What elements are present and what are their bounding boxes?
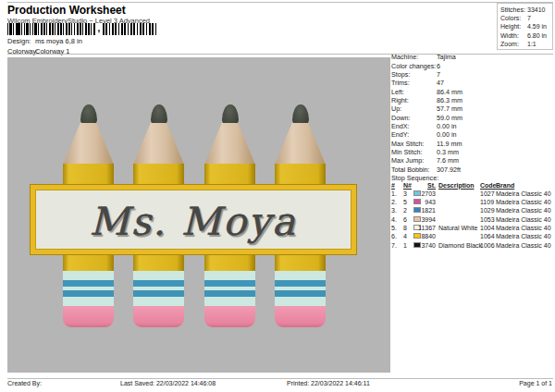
barcode-bars-left (7, 23, 95, 35)
design-preview-canvas: Ms. Moya (7, 57, 390, 373)
thread-code: 1109 (480, 199, 494, 205)
design-label: Design: (7, 37, 35, 45)
thread-color-swatch (413, 233, 421, 239)
stitch-count: 1821 (421, 207, 436, 214)
stop-number: 2. (391, 199, 397, 205)
stitch-count: 3740 (421, 242, 436, 249)
stop-sequence-row: 7. 1 3740 Diamond Black 1006 Madeira Cla… (391, 242, 554, 251)
machine-info-label: Total Bobbin: (391, 165, 437, 174)
production-worksheet-page: Production Worksheet Wilcom EmbroiderySt… (0, 0, 555, 392)
thread-brand: Madeira Classic 40 (496, 199, 551, 205)
thread-color-swatch (413, 199, 421, 204)
thread-brand: Madeira Classic 40 (496, 242, 551, 249)
machine-info-row: Trims: 47 (391, 79, 554, 87)
thread-brand: Madeira Classic 40 (496, 190, 551, 197)
page-title: Production Worksheet (7, 4, 126, 17)
needle-number: 8 (403, 225, 407, 231)
machine-info-label: EndY: (391, 130, 437, 139)
needle-number: 6 (403, 216, 407, 223)
thread-brand: Madeira Classic 40 (496, 225, 551, 231)
pencil-wood-cone (275, 123, 326, 165)
summary-row: Zoom: 1:1 (500, 41, 552, 49)
machine-info-label: Down: (391, 114, 437, 122)
stitch-count: 2703 (421, 190, 436, 197)
pencil-lead-tip (80, 104, 97, 126)
stop-number: 6. (391, 233, 397, 239)
needle-number: 5 (403, 199, 407, 205)
machine-info-value: 6 (437, 62, 440, 70)
pencil-ferrule-stripes (204, 271, 255, 306)
machine-info-row: EndY: 0.00 in (391, 130, 554, 139)
pencil-wood-cone (204, 123, 255, 165)
pencil-eraser (133, 306, 184, 327)
pencil-eraser (63, 306, 114, 327)
pencil-wood-cone (133, 123, 184, 165)
summary-label: Stitches: (500, 6, 527, 15)
thread-code: 1027 (480, 190, 494, 197)
stop-sequence-row: 5. 8 11367 Natural White 1004 Madeira Cl… (391, 225, 554, 233)
embroidered-name-text: Ms. Moya (31, 174, 356, 268)
machine-info-label: Max Jump: (391, 156, 437, 165)
stop-number: 1. (391, 190, 397, 197)
machine-info-label: Max Stitch: (391, 140, 437, 148)
machine-info-value: 57.7 mm (437, 104, 462, 113)
stop-sequence-table: # N# St. Description Code Brand 1. 3 270… (391, 182, 554, 251)
stop-number: 5. (391, 225, 397, 231)
summary-label: Zoom: (500, 41, 527, 49)
stitch-count: 11367 (421, 225, 436, 231)
barcode-separator: , (95, 21, 103, 35)
printed-label: Printed: 22/03/2022 14:46:11 (287, 380, 370, 386)
stop-number: 4. (391, 216, 397, 223)
thread-color-swatch (413, 216, 421, 222)
stop-sequence-row: 1. 3 2703 1027 Madeira Classic 40 (391, 190, 554, 199)
stop-sequence-row: 4. 6 3994 1053 Madeira Classic 40 (391, 216, 554, 225)
barcode-bars-right (103, 23, 156, 35)
pencil-eraser (204, 306, 255, 327)
pencil-lead-tip (151, 104, 167, 126)
stop-sequence-row: 3. 2 1821 1029 Madeira Classic 40 (391, 207, 554, 215)
machine-info-row: Total Bobbin: 307.92ft (391, 165, 554, 173)
summary-label: Width: (500, 32, 527, 41)
needle-number: 4 (403, 233, 407, 239)
machine-info-panel: Machine: Tajima Color changes: 6 Stops: … (391, 53, 554, 174)
summary-label: Height: (500, 23, 527, 31)
machine-info-value: 7.6 mm (437, 156, 459, 165)
machine-info-label: Up: (391, 104, 437, 113)
needle-number: 3 (403, 190, 407, 197)
machine-info-value: 86.4 mm (437, 88, 462, 96)
thread-description: Natural White (438, 225, 477, 231)
machine-info-row: Color changes: 6 (391, 61, 554, 69)
summary-label: Colors: (500, 15, 527, 23)
stop-sequence-row: 6. 4 8840 1064 Madeira Classic 40 (391, 233, 554, 241)
machine-info-value: 0.3 mm (437, 148, 459, 156)
stitch-count: 3994 (421, 216, 436, 223)
machine-info-row: Up: 57.7 mm (391, 104, 554, 113)
machine-info-row: Max Stitch: 11.9 mm (391, 139, 554, 147)
page-number-label: Page 1 of 1 (519, 380, 552, 386)
col-header-number: # (391, 182, 395, 189)
thread-color-swatch (413, 242, 421, 248)
machine-info-value: 7 (437, 70, 440, 79)
machine-info-row: Stops: 7 (391, 70, 554, 79)
needle-number: 2 (403, 207, 407, 214)
thread-brand: Madeira Classic 40 (496, 216, 551, 223)
machine-info-label: Min Stitch: (391, 148, 437, 156)
created-by-label: Created By: (7, 380, 42, 386)
machine-info-label: Trims: (391, 79, 437, 87)
col-header-code: Code (480, 182, 494, 189)
thread-color-swatch (413, 190, 421, 196)
machine-info-row: Right: 86.3 mm (391, 96, 554, 104)
stop-sequence-row: 2. 5 943 1109 Madeira Classic 40 (391, 199, 554, 207)
thread-color-swatch (413, 207, 421, 213)
machine-info-label: EndX: (391, 122, 437, 130)
stitch-count: 943 (421, 199, 436, 205)
pencil-lead-tip (292, 104, 309, 126)
thread-code: 1064 (480, 233, 494, 239)
col-header-brand: Brand (496, 182, 514, 189)
stop-sequence-header-row: # N# St. Description Code Brand (391, 182, 554, 190)
machine-info-row: Min Stitch: 0.3 mm (391, 148, 554, 156)
pencil-ferrule-stripes (133, 271, 184, 306)
stop-number: 3. (391, 207, 397, 214)
thread-code: 1004 (480, 225, 494, 231)
thread-code: 1006 (480, 242, 494, 249)
